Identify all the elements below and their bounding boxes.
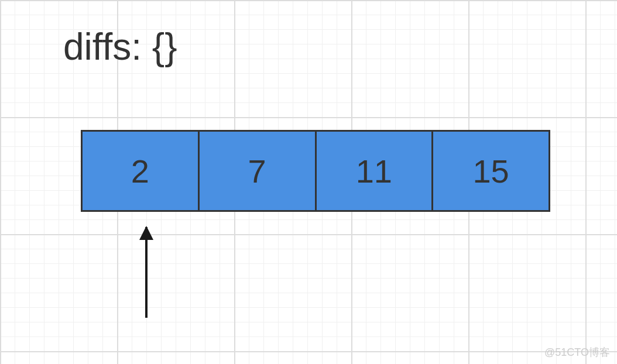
array-cell: 7 (198, 130, 315, 212)
array-container: 2 7 11 15 (81, 130, 550, 212)
array-cell: 11 (315, 130, 432, 212)
diagram-canvas: diffs: {} 2 7 11 15 @51CTO博客 (0, 0, 617, 364)
pointer-arrow-icon (145, 227, 148, 318)
array-cell: 2 (81, 130, 198, 212)
array-cell: 15 (431, 130, 550, 212)
diffs-label: diffs: {} (63, 28, 177, 66)
watermark-text: @51CTO博客 (544, 345, 610, 359)
